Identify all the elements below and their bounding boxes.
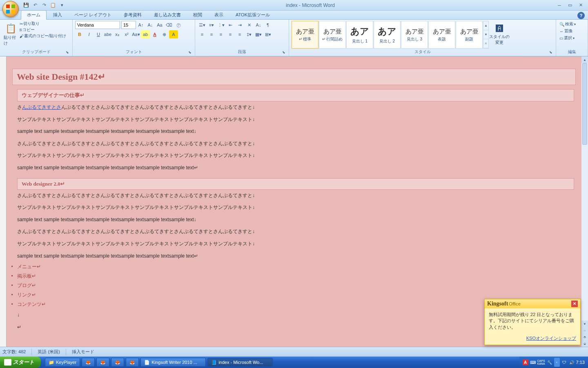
tray-volume-icon[interactable]: 🔊 [569,359,575,365]
sort-button[interactable]: A↓ [254,21,263,29]
language-status[interactable]: 英語 (米国) [38,349,60,355]
taskbar-item-firefox[interactable]: 🦊 [126,358,139,367]
popup-close-button[interactable]: ✕ [571,301,578,307]
taskbar-item-firefox[interactable]: 🦊 [82,358,95,367]
tab-page-layout[interactable]: ページ レイアウト [69,11,117,19]
undo-button[interactable]: ↶ [31,1,39,9]
copy-button[interactable]: ⎘コピー [20,27,66,33]
close-button[interactable]: ✕ [576,2,586,9]
style-normal[interactable]: あア亜↵ 標準 [292,21,318,49]
enclose-button[interactable]: ⊕ [160,30,169,38]
tab-view[interactable]: 表示 [209,11,229,19]
style-subtitle[interactable]: あア亜副題 [456,21,483,49]
align-center-button[interactable]: ≡ [207,30,216,38]
paragraph[interactable]: sample text sample textsample textsample… [12,250,576,263]
next-page-button[interactable]: ⬙ [581,340,588,347]
insert-mode[interactable]: 挿入モード [72,349,94,355]
heading-1[interactable]: Web site Design #142↵ [12,69,576,85]
justify-button[interactable]: ≡ [226,30,235,38]
grow-font-button[interactable]: A↑ [136,21,145,29]
tray-expand-button[interactable]: ‹ [554,358,560,367]
paragraph[interactable]: さんぷるてきすとさんぷるてきすとさんぷるてきすとさんぷるてきすとさんぷるてきすと… [12,138,576,150]
bullets-button[interactable]: ☰▾ [198,21,207,29]
ltr-button[interactable]: ✕ [245,21,254,29]
scroll-thumb[interactable] [582,63,587,145]
heading-2b[interactable]: Web designer 2.0↵ [17,178,574,190]
multilevel-button[interactable]: ⋮▾ [216,21,225,29]
taskbar-item-kingsoft[interactable]: 📄Kingsoft Writer 2010 ... [140,358,206,367]
clear-format-button[interactable]: ⌫ [165,21,174,29]
paragraph[interactable]: さんぷるてきすとさんぷるてきすとさんぷるてきすとさんぷるてきすとさんぷるてきすと… [12,190,576,202]
style-heading2[interactable]: あア見出し 2 [374,21,401,49]
change-case-button[interactable]: Aa [155,21,164,29]
browse-object-button[interactable]: ○ [581,327,588,334]
style-no-spacing[interactable]: あア亜↵ 行間詰め [319,21,346,49]
clipboard-launcher-icon[interactable]: ⬊ [65,50,70,55]
shrink-font-button[interactable]: A↓ [146,21,155,29]
distributed-button[interactable]: ≡ [235,30,244,38]
shading-button[interactable]: ▦▾ [254,30,263,38]
text-effects-button[interactable]: Aa▾ [131,30,140,38]
vertical-scrollbar[interactable]: ▲ ▼ ○ ⬘ ⬙ [581,56,588,347]
char-shading-button[interactable]: A [169,30,178,38]
cut-button[interactable]: ✂切り取り [20,21,66,27]
word-count[interactable]: 文字数: 482 [2,349,26,355]
minimize-button[interactable]: ─ [555,2,564,9]
redo-button[interactable]: ↷ [40,1,48,9]
list-item[interactable]: メニュー↵ [12,262,576,272]
tab-review[interactable]: 校閲 [187,11,208,19]
tray-tool-icon[interactable]: 🔧 [547,359,552,365]
align-left-button[interactable]: ≡ [198,30,207,38]
paragraph[interactable]: sample text sample textsample textsample… [12,214,576,226]
show-marks-button[interactable]: ¶ [263,21,272,29]
heading-2a[interactable]: ウェブデザイナーの仕事↵ [17,89,574,101]
borders-button[interactable]: ⊞▾ [263,30,272,38]
line-spacing-button[interactable]: ‡▾ [245,30,254,38]
highlight-button[interactable]: ab [141,30,150,38]
taskbar-item-firefox[interactable]: 🦊 [111,358,124,367]
vertical-ruler[interactable] [0,56,7,347]
list-item[interactable]: リンク↵ [12,290,576,300]
font-size-input[interactable] [121,21,136,29]
scroll-up-button[interactable]: ▲ [581,56,588,63]
align-right-button[interactable]: ≡ [216,30,225,38]
tab-mailings[interactable]: 差し込み文書 [148,11,187,19]
paragraph[interactable]: サンプルテキストサンプルテキストサンプルテキストサンプルテキストサンプルテキスト… [12,150,576,162]
paragraph[interactable]: サンプルテキストサンプルテキストサンプルテキストサンプルテキストサンプルテキスト… [12,202,576,214]
phonetic-button[interactable]: ㋐ [174,21,183,29]
numbering-button[interactable]: ≡▾ [207,21,216,29]
popup-shop-link[interactable]: KSOオンラインショップ [526,336,576,341]
start-button[interactable]: スタート [0,357,41,368]
underline-button[interactable]: U [94,30,103,38]
select-button[interactable]: ▭選択▾ [559,35,577,41]
tray-ime-icon[interactable]: A [523,359,528,365]
paragraph[interactable]: sample text sample textsample textsample… [12,126,576,138]
tab-insert[interactable]: 挿入 [47,11,68,19]
taskbar-item-keyplayer[interactable]: 📁KeyPlayer [45,358,80,367]
qat-customize-icon[interactable]: 📋 [49,1,57,9]
strike-button[interactable]: abe [103,30,112,38]
styles-launcher-icon[interactable]: ⬊ [548,50,553,55]
list-item[interactable]: 掲示板↵ [12,272,576,281]
office-button[interactable] [2,1,19,17]
find-button[interactable]: 🔍検索▾ [559,21,577,27]
tab-references[interactable]: 参考資料 [118,11,147,19]
font-color-button[interactable]: A [150,30,159,38]
list-item[interactable]: ブログ↵ [12,281,576,290]
paragraph-launcher-icon[interactable]: ⬊ [281,50,286,55]
paste-button[interactable]: 📋 貼り付け [2,21,19,49]
scroll-down-button[interactable]: ▼ [581,321,588,327]
format-painter-button[interactable]: 🖌書式のコピー/貼り付け [20,33,66,39]
superscript-button[interactable]: x² [122,30,131,38]
change-styles-button[interactable]: 🅰 スタイルの 変更 [490,21,509,49]
paragraph[interactable]: sample text sample textsample textsample… [12,162,576,174]
sample-link[interactable]: んぷるてきすとさ [22,104,61,110]
tray-shield-icon[interactable]: 🛡 [561,359,567,365]
italic-button[interactable]: I [85,30,94,38]
tray-clock[interactable]: 7:13 [576,360,585,365]
help-button[interactable]: ? [577,12,585,19]
font-name-input[interactable] [75,21,120,29]
save-button[interactable]: 💾 [22,1,30,9]
paragraph[interactable]: さんぷるてきすとさんぷるてきすとさんぷるてきすとさんぷるてきすとさんぷるてきすと… [12,226,576,238]
paragraph[interactable]: サンプルテキストサンプルテキストサンプルテキストサンプルテキストサンプルテキスト… [12,238,576,250]
